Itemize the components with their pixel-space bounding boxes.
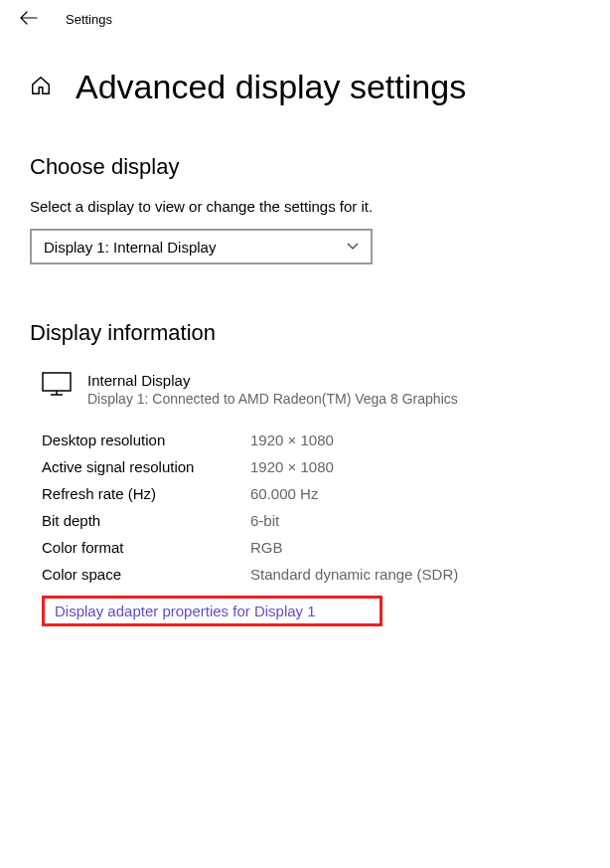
display-info-text: Internal Display Display 1: Connected to… (87, 372, 458, 407)
prop-value: 1920 × 1080 (250, 432, 334, 448)
table-row: Desktop resolution 1920 × 1080 (42, 427, 580, 453)
topbar: Settings (0, 0, 610, 38)
prop-value: 1920 × 1080 (250, 458, 334, 475)
choose-display-subtext: Select a display to view or change the s… (30, 198, 580, 215)
display-name: Internal Display (87, 372, 458, 389)
display-selector-dropdown[interactable]: Display 1: Internal Display (30, 229, 373, 264)
prop-value: 60.000 Hz (250, 485, 318, 502)
display-adapter-properties-link[interactable]: Display adapter properties for Display 1 (55, 603, 370, 619)
display-info-block: Internal Display Display 1: Connected to… (42, 372, 580, 407)
content-area: Advanced display settings Choose display… (0, 38, 610, 626)
table-row: Color format RGB (42, 534, 580, 561)
display-properties-table: Desktop resolution 1920 × 1080 Active si… (42, 427, 580, 588)
prop-value: Standard dynamic range (SDR) (250, 566, 458, 583)
table-row: Active signal resolution 1920 × 1080 (42, 453, 580, 480)
prop-label: Color format (42, 539, 250, 556)
choose-display-heading: Choose display (30, 154, 580, 180)
prop-value: 6-bit (250, 512, 279, 529)
table-row: Color space Standard dynamic range (SDR) (42, 561, 580, 588)
back-arrow-icon[interactable] (12, 5, 46, 34)
prop-value: RGB (250, 539, 283, 556)
title-row: Advanced display settings (30, 68, 580, 106)
monitor-icon (42, 372, 72, 400)
table-row: Refresh rate (Hz) 60.000 Hz (42, 480, 580, 507)
home-icon[interactable] (30, 75, 52, 100)
prop-label: Bit depth (42, 512, 250, 529)
display-selector-value: Display 1: Internal Display (44, 239, 216, 256)
prop-label: Active signal resolution (42, 458, 250, 475)
prop-label: Color space (42, 566, 250, 583)
app-title: Settings (66, 12, 112, 27)
table-row: Bit depth 6-bit (42, 507, 580, 534)
display-information-heading: Display information (30, 320, 580, 346)
page-title: Advanced display settings (76, 68, 466, 106)
prop-label: Desktop resolution (42, 432, 250, 448)
svg-rect-0 (43, 373, 71, 391)
prop-label: Refresh rate (Hz) (42, 485, 250, 502)
highlight-box: Display adapter properties for Display 1 (42, 596, 382, 626)
display-connected-text: Display 1: Connected to AMD Radeon(TM) V… (87, 391, 458, 407)
chevron-down-icon (347, 240, 359, 254)
